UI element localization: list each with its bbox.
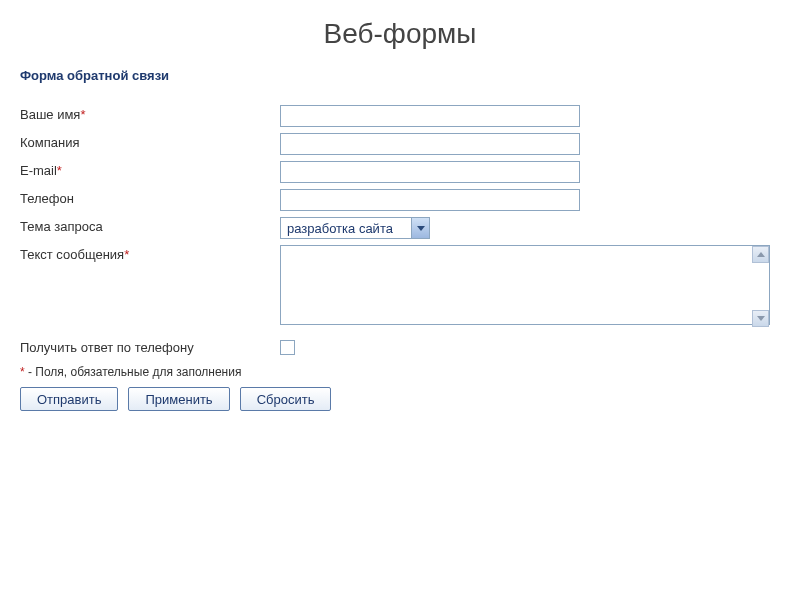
reset-button[interactable]: Сбросить [240,387,332,411]
field-row-company: Компания [20,133,780,155]
subject-select-value: разработка сайта [281,221,411,236]
required-note: * - Поля, обязательные для заполнения [20,365,780,379]
scroll-up-icon[interactable] [752,246,769,263]
answer-phone-checkbox[interactable] [280,340,295,355]
message-textarea[interactable] [280,245,770,325]
button-row: Отправить Применить Сбросить [20,387,780,411]
page-title: Веб-формы [0,0,800,58]
apply-button[interactable]: Применить [128,387,229,411]
email-label-text: E-mail [20,163,57,178]
field-row-name: Ваше имя* [20,105,780,127]
message-label: Текст сообщения* [20,245,280,262]
field-row-answer-phone: Получить ответ по телефону [20,338,780,355]
subject-select[interactable]: разработка сайта [280,217,430,239]
chevron-down-icon [411,218,429,238]
submit-button[interactable]: Отправить [20,387,118,411]
form-title: Форма обратной связи [20,68,780,83]
required-mark: * [124,247,129,262]
name-label-text: Ваше имя [20,107,80,122]
scroll-down-icon[interactable] [752,310,769,327]
name-input[interactable] [280,105,580,127]
required-mark: * [80,107,85,122]
feedback-form: Форма обратной связи Ваше имя* Компания … [0,58,800,411]
required-mark: * [57,163,62,178]
field-row-message: Текст сообщения* [20,245,780,328]
field-row-phone: Телефон [20,189,780,211]
email-input[interactable] [280,161,580,183]
phone-label: Телефон [20,189,280,206]
phone-input[interactable] [280,189,580,211]
name-label: Ваше имя* [20,105,280,122]
company-label: Компания [20,133,280,150]
note-text: - Поля, обязательные для заполнения [25,365,242,379]
subject-label: Тема запроса [20,217,280,234]
email-label: E-mail* [20,161,280,178]
answer-phone-label: Получить ответ по телефону [20,338,280,355]
message-label-text: Текст сообщения [20,247,124,262]
company-input[interactable] [280,133,580,155]
field-row-subject: Тема запроса разработка сайта [20,217,780,239]
message-textarea-wrap [280,245,770,328]
field-row-email: E-mail* [20,161,780,183]
